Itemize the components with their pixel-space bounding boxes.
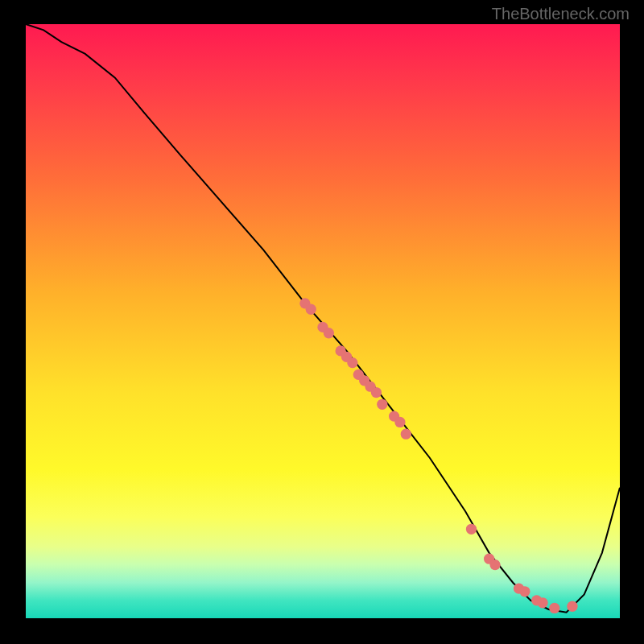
scatter-point [519,586,530,597]
scatter-point [394,417,405,427]
scatter-point [347,357,357,368]
scatter-point [489,559,500,570]
scatter-point [567,601,577,612]
scatter-point [401,429,411,440]
chart-container: TheBottleneck.com [0,0,644,644]
scatter-point [549,603,559,613]
scatter-point [371,387,382,398]
watermark-text: TheBottleneck.com [492,5,630,23]
scatter-point [324,328,334,338]
chart-svg [26,24,620,618]
scatter-point [377,399,387,410]
scatter-point [466,524,477,535]
bottleneck-curve [26,24,620,613]
scatter-point [537,597,547,608]
scatter-point [306,304,316,315]
